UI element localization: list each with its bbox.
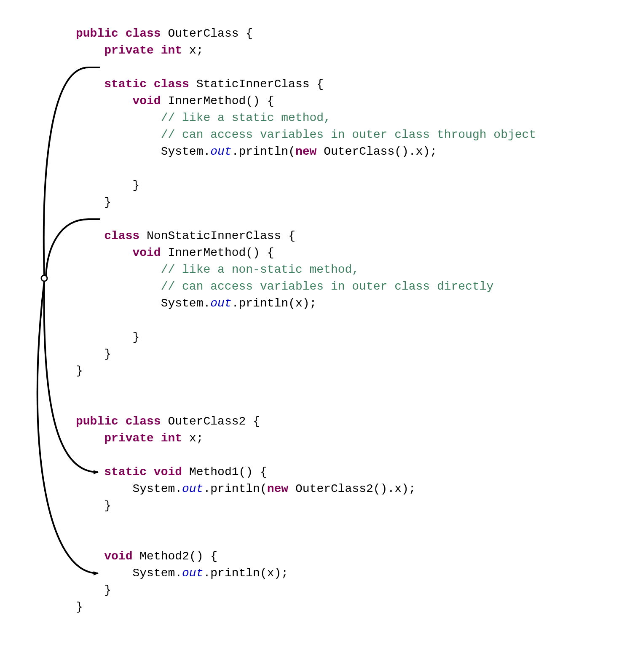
- paren-open: (: [260, 567, 267, 580]
- id-InnerMethod: InnerMethod: [168, 246, 246, 259]
- id-OuterClass2: OuterClass2: [295, 482, 373, 495]
- id-System: System: [132, 567, 175, 580]
- id-Method2: Method2: [139, 550, 189, 563]
- id-x: x: [416, 145, 423, 158]
- comment-4: // can access variables in outer class d…: [161, 280, 494, 293]
- id-x: x: [295, 297, 303, 310]
- id-System: System: [132, 482, 175, 495]
- dot: .: [232, 145, 239, 158]
- kw-int: int: [161, 432, 182, 445]
- paren-close: );: [423, 145, 437, 158]
- paren-close: );: [402, 482, 416, 495]
- kw-static: static: [104, 78, 147, 91]
- kw-new: new: [267, 482, 288, 495]
- brace-close: }: [104, 196, 111, 209]
- kw-int: int: [161, 44, 182, 57]
- dot: .: [175, 567, 182, 580]
- id-x: x: [189, 432, 196, 445]
- kw-class: class: [126, 415, 161, 428]
- parens: () {: [189, 550, 217, 563]
- brace-open: {: [246, 27, 253, 40]
- call: ().: [394, 145, 415, 158]
- dot: .: [175, 482, 182, 495]
- code-listing: public class OuterClass { private int x;…: [76, 8, 536, 616]
- id-println: println: [239, 297, 289, 310]
- comment-3: // like a non-static method,: [161, 263, 359, 276]
- dot: .: [203, 567, 210, 580]
- parens: () {: [239, 465, 267, 478]
- id-OuterClass: OuterClass: [168, 27, 238, 40]
- brace-close: }: [104, 583, 111, 597]
- brace-close: }: [104, 347, 111, 360]
- id-x: x: [394, 482, 402, 495]
- brace-close: }: [104, 499, 111, 512]
- id-out: out: [210, 145, 231, 158]
- kw-private: private: [104, 44, 154, 57]
- kw-void: void: [132, 94, 161, 108]
- comment-2: // can access variables in outer class t…: [161, 128, 536, 141]
- dot: .: [203, 297, 210, 310]
- id-OuterClass2: OuterClass2: [168, 415, 246, 428]
- kw-public: public: [76, 27, 118, 40]
- id-x: x: [267, 567, 274, 580]
- id-out: out: [210, 297, 231, 310]
- kw-new: new: [295, 145, 316, 158]
- brace-open: {: [288, 229, 295, 242]
- semicolon: ;: [196, 432, 204, 445]
- kw-class: class: [104, 229, 139, 242]
- id-OuterClass: OuterClass: [324, 145, 394, 158]
- paren-open: (: [288, 145, 295, 158]
- paren-close: );: [303, 297, 317, 310]
- dot: .: [232, 297, 239, 310]
- brace-open: {: [253, 415, 260, 428]
- parens: () {: [246, 94, 274, 108]
- kw-void: void: [104, 550, 132, 563]
- id-println: println: [239, 145, 289, 158]
- id-Method1: Method1: [189, 465, 239, 478]
- id-out: out: [182, 567, 203, 580]
- kw-void: void: [132, 246, 161, 259]
- id-StaticInnerClass: StaticInnerClass: [196, 78, 310, 91]
- diagram-page: public class OuterClass { private int x;…: [0, 0, 627, 672]
- kw-class: class: [126, 27, 161, 40]
- brace-close: }: [76, 600, 83, 613]
- paren-open: (: [260, 482, 267, 495]
- semicolon: ;: [196, 44, 204, 57]
- dot: .: [203, 145, 210, 158]
- kw-static: static: [104, 465, 147, 478]
- dot: .: [203, 482, 210, 495]
- id-out: out: [182, 482, 203, 495]
- id-System: System: [161, 145, 204, 158]
- kw-class: class: [154, 78, 189, 91]
- brace-close: }: [132, 179, 139, 192]
- comment-1: // like a static method,: [161, 111, 331, 124]
- kw-private: private: [104, 432, 154, 445]
- kw-public: public: [76, 415, 118, 428]
- id-NonStaticInnerClass: NonStaticInnerClass: [147, 229, 281, 242]
- brace-open: {: [316, 78, 324, 91]
- id-x: x: [189, 44, 196, 57]
- call: ().: [373, 482, 394, 495]
- id-InnerMethod: InnerMethod: [168, 94, 246, 108]
- kw-void: void: [154, 465, 182, 478]
- paren-close: );: [274, 567, 289, 580]
- paren-open: (: [288, 297, 295, 310]
- parens: () {: [246, 246, 274, 259]
- brace-close: }: [76, 364, 83, 377]
- id-println: println: [210, 482, 260, 495]
- id-System: System: [161, 297, 204, 310]
- brace-close: }: [132, 331, 139, 344]
- id-println: println: [210, 567, 260, 580]
- connector-node-icon: [41, 275, 47, 281]
